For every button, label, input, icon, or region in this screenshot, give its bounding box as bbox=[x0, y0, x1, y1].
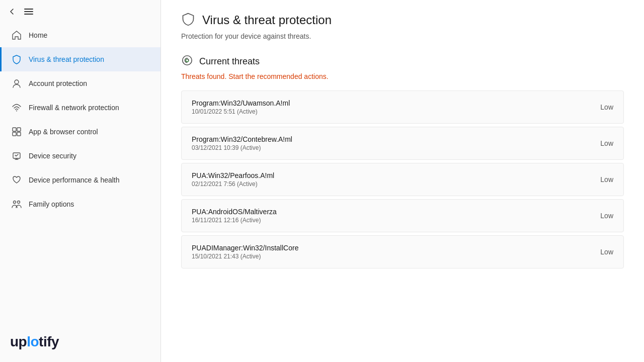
logo-text-lo: lo bbox=[27, 334, 39, 349]
svg-point-12 bbox=[183, 56, 192, 65]
svg-point-10 bbox=[14, 201, 16, 204]
threat-info-5: PUADIManager:Win32/InstallCore 15/10/202… bbox=[192, 244, 298, 260]
current-threats-icon bbox=[181, 54, 193, 68]
back-button[interactable] bbox=[6, 6, 18, 18]
nav-home-label: Home bbox=[29, 31, 47, 39]
threat-name-3: PUA:Win32/Pearfoos.A!ml bbox=[192, 171, 274, 179]
nav-family-label: Family options bbox=[29, 200, 74, 208]
page-subtitle: Protection for your device against threa… bbox=[181, 32, 624, 40]
home-icon bbox=[12, 30, 22, 40]
nav-firewall-label: Firewall & network protection bbox=[29, 104, 119, 112]
svg-rect-1 bbox=[24, 11, 33, 12]
threat-level-5: Low bbox=[600, 248, 613, 256]
nav-devicesec-label: Device security bbox=[29, 152, 76, 160]
family-icon bbox=[12, 199, 22, 209]
threat-item[interactable]: PUA:Win32/Pearfoos.A!ml 02/12/2021 7:56 … bbox=[181, 163, 624, 196]
svg-point-4 bbox=[16, 111, 17, 112]
threat-date-4: 16/11/2021 12:16 (Active) bbox=[192, 217, 277, 224]
svg-point-3 bbox=[15, 80, 19, 84]
person-icon bbox=[12, 78, 22, 88]
threat-info-3: PUA:Win32/Pearfoos.A!ml 02/12/2021 7:56 … bbox=[192, 171, 274, 188]
nav-devicesec[interactable]: Device security bbox=[0, 144, 160, 168]
shield-icon bbox=[12, 54, 22, 64]
threat-info-2: Program:Win32/Contebrew.A!ml 03/12/2021 … bbox=[192, 135, 292, 151]
threat-date-1: 10/01/2022 5:51 (Active) bbox=[192, 108, 290, 115]
section-header: Current threats bbox=[181, 54, 624, 68]
threat-info-4: PUA:AndroidOS/Maltiverza 16/11/2021 12:1… bbox=[192, 208, 277, 224]
sidebar-top-controls bbox=[0, 0, 160, 23]
svg-rect-7 bbox=[13, 132, 16, 136]
nav-firewall[interactable]: Firewall & network protection bbox=[0, 96, 160, 120]
svg-rect-8 bbox=[17, 132, 21, 136]
nav-appbrowser-label: App & browser control bbox=[29, 128, 98, 136]
threat-date-5: 15/10/2021 21:43 (Active) bbox=[192, 253, 298, 260]
logo-text-tify: tify bbox=[39, 334, 59, 349]
wifi-icon bbox=[12, 103, 22, 113]
logo-text-up: up bbox=[10, 334, 27, 349]
threat-name-1: Program:Win32/Uwamson.A!ml bbox=[192, 99, 290, 107]
nav-appbrowser[interactable]: App & browser control bbox=[0, 120, 160, 144]
nav-home[interactable]: Home bbox=[0, 23, 160, 47]
threat-level-4: Low bbox=[600, 212, 613, 220]
heart-icon bbox=[12, 175, 22, 185]
svg-rect-2 bbox=[24, 14, 33, 15]
nav-account-label: Account protection bbox=[29, 79, 87, 87]
device-security-icon bbox=[12, 151, 22, 161]
threat-name-5: PUADIManager:Win32/InstallCore bbox=[192, 244, 298, 252]
page-title: Virus & threat protection bbox=[202, 13, 332, 27]
app-icon bbox=[12, 127, 22, 137]
section-title: Current threats bbox=[199, 56, 260, 67]
threat-name-4: PUA:AndroidOS/Maltiverza bbox=[192, 208, 277, 216]
svg-rect-0 bbox=[24, 9, 33, 10]
nav-deviceperf-label: Device performance & health bbox=[29, 176, 120, 184]
threat-info-1: Program:Win32/Uwamson.A!ml 10/01/2022 5:… bbox=[192, 99, 290, 115]
page-shield-icon bbox=[181, 12, 195, 28]
nav-virus-label: Virus & threat protection bbox=[29, 55, 104, 63]
nav-deviceperf[interactable]: Device performance & health bbox=[0, 168, 160, 192]
svg-rect-5 bbox=[13, 128, 16, 131]
svg-point-11 bbox=[18, 201, 20, 204]
threat-date-3: 02/12/2021 7:56 (Active) bbox=[192, 180, 274, 188]
threat-list: Program:Win32/Uwamson.A!ml 10/01/2022 5:… bbox=[181, 90, 624, 270]
sidebar-logo: uplotify bbox=[10, 334, 59, 350]
main-content: Virus & threat protection Protection for… bbox=[161, 0, 644, 362]
section-desc: Threats found. Start the recommended act… bbox=[181, 72, 624, 80]
threat-date-2: 03/12/2021 10:39 (Active) bbox=[192, 144, 292, 151]
menu-button[interactable] bbox=[22, 5, 35, 18]
sidebar: Home Virus & threat protection Account p… bbox=[0, 0, 161, 362]
threat-item[interactable]: PUADIManager:Win32/InstallCore 15/10/202… bbox=[181, 235, 624, 268]
threat-item[interactable]: Program:Win32/Contebrew.A!ml 03/12/2021 … bbox=[181, 127, 624, 160]
threat-name-2: Program:Win32/Contebrew.A!ml bbox=[192, 135, 292, 143]
threat-item[interactable]: PUA:AndroidOS/Maltiverza 16/11/2021 12:1… bbox=[181, 199, 624, 232]
nav-family[interactable]: Family options bbox=[0, 192, 160, 216]
logo-text: uplotify bbox=[10, 334, 59, 349]
svg-rect-6 bbox=[17, 128, 21, 131]
threat-item[interactable]: Program:Win32/Uwamson.A!ml 10/01/2022 5:… bbox=[181, 90, 624, 124]
nav-account[interactable]: Account protection bbox=[0, 71, 160, 96]
nav-virus[interactable]: Virus & threat protection bbox=[0, 47, 160, 71]
threat-level-3: Low bbox=[600, 175, 613, 184]
page-header: Virus & threat protection bbox=[181, 12, 624, 28]
threat-level-2: Low bbox=[600, 139, 613, 147]
threat-level-1: Low bbox=[600, 103, 613, 111]
